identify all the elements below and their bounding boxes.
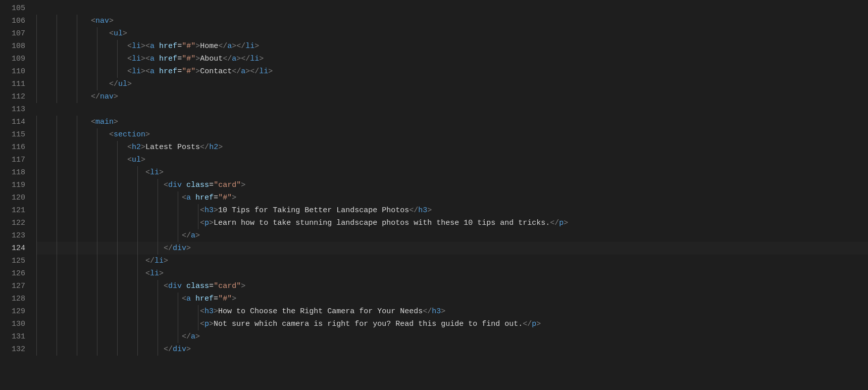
code-area[interactable]: <nav> <ul> <li><a href="#">Home</a></li>… <box>36 0 868 390</box>
token-tag: h3 <box>432 307 441 316</box>
token-punct: > <box>218 143 223 152</box>
token-punct: </ <box>409 206 418 215</box>
code-editor[interactable]: 1051061071081091101111121131141151161171… <box>0 0 868 390</box>
code-line[interactable]: <li><a href="#">About</a></li> <box>36 53 868 65</box>
token-string: "#" <box>218 295 232 303</box>
token-punct: > <box>145 130 150 139</box>
token-punct: < <box>127 55 132 63</box>
token-punct: </ <box>164 345 173 354</box>
code-line[interactable]: <h2>Latest Posts</h2> <box>36 141 868 154</box>
token-punct: < <box>182 295 186 303</box>
token-punct: < <box>91 17 95 25</box>
token-punct: > <box>164 257 168 265</box>
token-punct: > <box>209 219 214 227</box>
code-line[interactable]: <div class="card"> <box>36 179 868 191</box>
code-line[interactable]: <div class="card"> <box>36 280 868 292</box>
code-line[interactable]: <h3>10 Tips for Taking Better Landscape … <box>36 204 868 217</box>
token-punct: > <box>114 92 118 101</box>
code-line[interactable]: <ul> <box>36 27 868 40</box>
code-line[interactable]: </li> <box>36 255 868 267</box>
code-line[interactable]: <p>Not sure which camera is right for yo… <box>36 318 868 330</box>
line-number: 117 <box>0 154 36 166</box>
line-number: 131 <box>0 330 36 343</box>
token-tag: div <box>173 244 186 253</box>
token-tag: div <box>168 181 182 189</box>
code-line[interactable]: <li> <box>36 267 868 280</box>
token-string: "#" <box>182 55 195 63</box>
token-text <box>182 282 186 290</box>
line-number: 113 <box>0 103 36 116</box>
code-line[interactable]: <li><a href="#">Home</a></li> <box>36 40 868 53</box>
code-line[interactable]: </div> <box>36 242 868 255</box>
code-line[interactable]: <a href="#"> <box>36 191 868 204</box>
code-line[interactable]: </div> <box>36 343 868 356</box>
code-line[interactable]: <ul> <box>36 154 868 166</box>
code-line[interactable]: <h3>How to Choose the Right Camera for Y… <box>36 305 868 318</box>
token-attr-name: href <box>195 193 214 202</box>
code-line[interactable]: </a> <box>36 330 868 343</box>
token-tag: h3 <box>205 307 214 316</box>
token-tag: a <box>186 295 191 303</box>
token-punct: </ <box>550 219 559 227</box>
token-punct: > <box>214 206 218 215</box>
token-punct: > <box>241 181 245 189</box>
token-tag: h2 <box>209 143 218 152</box>
token-content-txt: Latest Posts <box>145 143 200 152</box>
token-attr-name: href <box>159 67 177 76</box>
token-punct: </ <box>145 257 155 265</box>
line-number: 130 <box>0 318 36 330</box>
token-tag: p <box>205 320 209 328</box>
token-punct: > <box>186 345 191 354</box>
token-punct: > <box>214 307 218 316</box>
token-punct: > <box>536 320 541 328</box>
token-punct: ></ <box>236 55 250 63</box>
line-number: 124 <box>0 242 36 255</box>
token-punct: </ <box>223 55 232 63</box>
code-line[interactable]: </ul> <box>36 78 868 90</box>
code-line[interactable]: <li> <box>36 166 868 179</box>
token-punct: > <box>209 320 214 328</box>
token-punct: > <box>186 244 191 253</box>
token-content-txt: Home <box>200 42 218 51</box>
code-line[interactable]: <section> <box>36 128 868 141</box>
token-content-txt: Contact <box>200 67 232 76</box>
token-text <box>182 181 186 189</box>
token-punct: > <box>564 219 568 227</box>
token-punct: >< <box>141 55 150 63</box>
token-punct: < <box>164 181 168 189</box>
token-attr-name: href <box>195 295 214 303</box>
token-text <box>191 193 195 202</box>
code-line[interactable]: <nav> <box>36 15 868 27</box>
token-attr-name: href <box>159 55 177 63</box>
token-tag: li <box>150 168 159 177</box>
token-tag: ul <box>118 80 127 88</box>
token-tag: a <box>191 231 195 240</box>
line-number: 132 <box>0 343 36 356</box>
line-number: 125 <box>0 255 36 267</box>
token-punct: > <box>141 156 145 164</box>
token-punct: > <box>195 231 200 240</box>
code-line[interactable] <box>36 103 868 116</box>
code-line[interactable]: <p>Learn how to take stunning landscape … <box>36 217 868 229</box>
code-line[interactable]: <li><a href="#">Contact</a></li> <box>36 65 868 78</box>
line-number: 109 <box>0 53 36 65</box>
token-punct: > <box>232 295 236 303</box>
token-equals: = <box>214 193 218 202</box>
token-text <box>155 67 159 76</box>
line-number: 120 <box>0 191 36 204</box>
code-line[interactable] <box>36 2 868 15</box>
line-number: 121 <box>0 204 36 217</box>
token-string: "#" <box>218 193 232 202</box>
code-line[interactable]: <main> <box>36 116 868 128</box>
token-punct: </ <box>91 92 100 101</box>
code-line[interactable]: </nav> <box>36 90 868 103</box>
token-tag: li <box>150 269 159 278</box>
token-punct: </ <box>109 80 118 88</box>
token-punct: < <box>182 193 186 202</box>
code-line[interactable]: <a href="#"> <box>36 292 868 305</box>
token-punct: > <box>427 206 432 215</box>
code-line[interactable]: </a> <box>36 229 868 242</box>
token-punct: > <box>268 67 273 76</box>
token-equals: = <box>177 55 182 63</box>
token-punct: > <box>259 55 264 63</box>
